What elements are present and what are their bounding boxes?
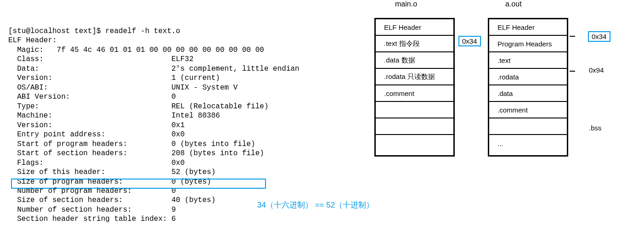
aout-tick-0x94: [570, 71, 575, 72]
aout-row-1: Program Headers: [489, 36, 567, 52]
sizeph-line: Size of program headers: 0 (bytes): [8, 178, 211, 186]
terminal-output: [stu@localhost text]$ readelf -h text.o …: [8, 27, 299, 224]
main-row-3: .rodata 只读数据: [376, 69, 453, 85]
abiver-line: ABI Version: 0: [8, 93, 176, 101]
type-line: Type: REL (Relocatable file): [8, 102, 269, 111]
aout-row-0: ELF Header: [489, 19, 567, 36]
main-o-layout: ELF Header .text 指令段 .data 数据 .rodata 只读…: [374, 18, 455, 157]
aout-offset-0x34: 0x34: [588, 31, 610, 42]
numph-line: Number of program headers: 0: [8, 187, 176, 195]
aout-tick-0x34: [570, 36, 575, 37]
machine-line: Machine: Intel 80386: [8, 112, 220, 120]
sizehdr-line: Size of this header: 52 (bytes): [8, 168, 215, 176]
prompt-line: [stu@localhost text]$ readelf -h text.o: [8, 27, 180, 35]
aout-row-7: ...: [489, 135, 567, 152]
main-row-0: ELF Header: [376, 19, 453, 36]
aout-row-4: .data: [489, 85, 567, 102]
main-row-6: [376, 118, 453, 135]
annotation-hex-dec: 34（十六进制） == 52（十进制）: [257, 200, 374, 210]
flags-line: Flags: 0x0: [8, 159, 185, 167]
main-row-7: [376, 135, 453, 152]
aout-layout: ELF Header Program Headers .text .rodata…: [488, 18, 568, 157]
main-o-title: main.o: [395, 0, 417, 8]
aout-title: a.out: [505, 0, 522, 8]
entry-line: Entry point address: 0x0: [8, 130, 185, 139]
main-offset-0x34: 0x34: [458, 36, 481, 46]
aout-bss-label: .bss: [589, 124, 602, 132]
aout-row-6: [489, 118, 567, 135]
aout-row-3: .rodata: [489, 69, 567, 85]
class-line: Class: ELF32: [8, 55, 193, 63]
main-row-5: [376, 102, 453, 118]
numsh-line: Number of section headers: 9: [8, 206, 176, 214]
aout-offset-0x94: 0x94: [589, 66, 604, 74]
data-line: Data: 2's complement, little endian: [8, 65, 299, 73]
main-row-1: .text 指令段: [376, 36, 453, 52]
aout-row-2: .text: [489, 52, 567, 69]
sizesh-line: Size of section headers: 40 (bytes): [8, 196, 215, 204]
magic-line: Magic: 7f 45 4c 46 01 01 01 00 00 00 00 …: [8, 46, 264, 54]
elf-header-line: ELF Header:: [8, 36, 57, 45]
startph-line: Start of program headers: 0 (bytes into …: [8, 140, 255, 148]
startsh-line: Start of section headers: 208 (bytes int…: [8, 149, 264, 157]
main-row-2: .data 数据: [376, 52, 453, 69]
shstrndx-line: Section header string table index: 6: [8, 215, 176, 223]
aout-row-5: .comment: [489, 102, 567, 118]
version1-line: Version: 1 (current): [8, 74, 220, 82]
main-row-4: .comment: [376, 85, 453, 102]
version2-line: Version: 0x1: [8, 121, 185, 129]
osabi-line: OS/ABI: UNIX - System V: [8, 84, 237, 92]
